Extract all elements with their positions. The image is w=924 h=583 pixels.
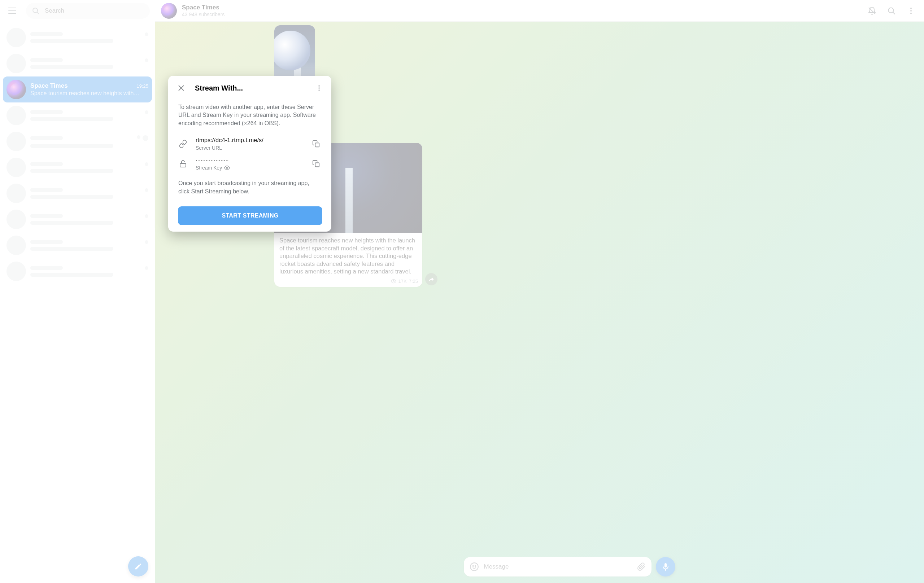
copy-server-url-button[interactable] [310,138,322,150]
modal-description: To stream video with another app, enter … [178,103,320,127]
svg-rect-17 [315,163,319,167]
copy-stream-key-button[interactable] [310,158,322,170]
copy-icon [312,140,320,148]
server-url-label: Server URL [196,145,302,151]
close-button[interactable] [175,82,188,94]
modal-more-button[interactable] [313,82,325,94]
kebab-icon [315,84,323,92]
server-url-field[interactable]: rtmps://dc4-1.rtmp.t.me/s/ Server URL [175,134,325,154]
svg-rect-15 [180,163,186,167]
eye-icon[interactable] [224,165,230,171]
svg-point-13 [318,89,319,91]
svg-point-11 [318,86,319,87]
server-url-value: rtmps://dc4-1.rtmp.t.me/s/ [196,137,302,143]
modal-scrim[interactable]: Stream With... To stream video with anot… [0,0,924,583]
stream-key-value: ···················· [196,156,302,163]
lock-icon [179,160,187,168]
close-icon [177,84,185,92]
stream-settings-modal: Stream With... To stream video with anot… [168,76,331,232]
svg-rect-14 [315,143,319,147]
stream-key-field[interactable]: ···················· Stream Key [175,154,325,173]
start-streaming-button[interactable]: START STREAMING [178,206,322,225]
modal-title: Stream With... [195,84,305,92]
copy-icon [312,160,320,168]
svg-point-12 [318,87,319,88]
modal-note: Once you start broadcasting in your stre… [178,179,320,196]
stream-key-label: Stream Key [196,165,222,171]
svg-point-16 [226,167,228,168]
link-icon [179,140,187,148]
